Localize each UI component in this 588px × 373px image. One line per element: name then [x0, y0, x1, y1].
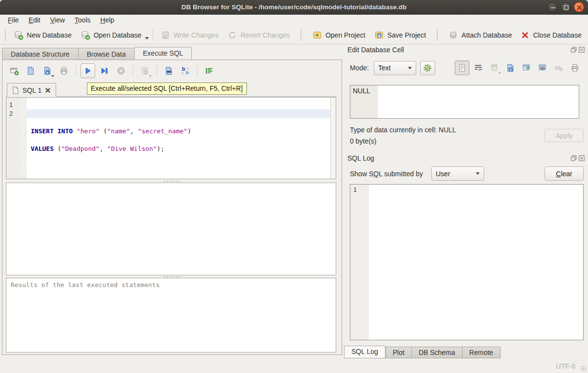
- print-icon: [59, 66, 69, 76]
- submitted-by-combobox[interactable]: User: [431, 166, 484, 181]
- menu-view[interactable]: View: [45, 15, 70, 26]
- open-external-button[interactable]: [519, 61, 534, 75]
- stop-execution-button: [114, 63, 128, 78]
- chevron-down-icon: [476, 172, 480, 175]
- cell-size-info: 0 byte(s): [350, 137, 376, 145]
- clear-log-button[interactable]: Clear: [545, 166, 584, 181]
- edit-cell-dock-header: Edit Database Cell: [347, 45, 585, 54]
- open-database-button[interactable]: Open Database: [76, 28, 146, 42]
- menu-edit[interactable]: Edit: [24, 15, 45, 26]
- save-project-icon: [374, 30, 384, 40]
- copy-link-button[interactable]: [535, 61, 550, 75]
- editor-scrollbar[interactable]: [330, 98, 336, 179]
- menu-file[interactable]: File: [3, 15, 24, 26]
- sql-log-dock-header: SQL Log: [347, 154, 585, 163]
- find-icon: [164, 66, 174, 76]
- log-fold-margin: [363, 185, 369, 340]
- cell-value-editor[interactable]: NULL: [350, 85, 579, 119]
- new-database-button[interactable]: New Database: [9, 28, 76, 42]
- format-sql-button[interactable]: [202, 63, 217, 78]
- line-number: 1: [6, 101, 21, 109]
- menubar: File Edit View Tools Help: [0, 15, 588, 26]
- close-database-button[interactable]: Close Database: [516, 28, 586, 42]
- app-window: DB Browser for SQLite - /home/user/code/…: [0, 0, 588, 373]
- mode-value: Text: [378, 64, 403, 72]
- tab-browse-data[interactable]: Browse Data: [78, 48, 134, 60]
- print-cell-button[interactable]: [568, 61, 582, 75]
- save-dropdown-arrow[interactable]: [51, 75, 54, 77]
- text-document-icon: [457, 63, 467, 73]
- new-tab-icon: [9, 66, 19, 76]
- attach-database-button[interactable]: Attach Database: [444, 28, 517, 42]
- cell-null-label: NULL: [350, 85, 378, 118]
- editor-line-1: 1 INSERT INTO "hero" ("name", "secret_na…: [6, 101, 336, 109]
- minimize-button[interactable]: [547, 2, 558, 12]
- word-wrap-button[interactable]: [471, 61, 486, 75]
- window-title: DB Browser for SQLite - /home/user/code/…: [0, 0, 588, 15]
- float-dock-icon[interactable]: [571, 47, 577, 53]
- write-changes-icon: [161, 30, 170, 40]
- find-replace-button[interactable]: b a: [178, 63, 193, 78]
- resize-grip[interactable]: [581, 366, 587, 372]
- revert-changes-button: Revert Changes: [223, 28, 294, 42]
- save-project-button[interactable]: Save Project: [370, 28, 430, 42]
- results-placeholder: Results of the last executed statements: [11, 281, 160, 289]
- toolbar-separator: [133, 65, 133, 76]
- tab-execute-sql[interactable]: Execute SQL: [134, 47, 192, 60]
- sql-file-icon: [12, 86, 19, 94]
- import-file-icon: [489, 63, 499, 73]
- export-cell-data-button[interactable]: [503, 61, 518, 75]
- save-sql-file-button[interactable]: [40, 63, 55, 78]
- find-button[interactable]: [162, 63, 176, 78]
- external-window-icon: [522, 63, 531, 73]
- show-sql-label: Show SQL submitted by: [350, 170, 423, 178]
- execute-icon: [83, 66, 93, 76]
- import-dropdown-arrow: [498, 72, 501, 74]
- float-dock-icon[interactable]: [571, 155, 577, 161]
- menu-tools[interactable]: Tools: [70, 15, 96, 26]
- main-toolbar: New Database Open Database Write Changes: [0, 26, 588, 44]
- find-replace-icon: b a: [181, 66, 190, 76]
- svg-text:a: a: [185, 70, 189, 75]
- save-results-button: [138, 63, 152, 78]
- open-project-button[interactable]: Open Project: [308, 28, 370, 42]
- results-grid: [6, 183, 336, 275]
- open-sql-file-button[interactable]: [23, 63, 38, 78]
- titlebar: DB Browser for SQLite - /home/user/code/…: [0, 0, 588, 15]
- sql-tab-label: SQL 1: [22, 86, 41, 94]
- execute-current-line-button[interactable]: [97, 63, 112, 78]
- sql-1-tab[interactable]: SQL 1: [7, 83, 56, 97]
- mode-label: Mode:: [350, 64, 369, 72]
- main-tab-bar: Database Structure Browse Data Execute S…: [2, 47, 192, 60]
- minimize-icon: [548, 2, 558, 13]
- tab-database-structure[interactable]: Database Structure: [2, 48, 78, 60]
- close-database-icon: [521, 31, 529, 40]
- chevron-down-icon: [408, 67, 412, 69]
- close-dock-icon[interactable]: [579, 47, 585, 53]
- close-tab-icon[interactable]: [45, 87, 51, 93]
- auto-switch-mode-button[interactable]: [420, 61, 435, 75]
- close-dock-icon[interactable]: [579, 155, 585, 161]
- text-mode-button[interactable]: [455, 61, 469, 75]
- open-database-dropdown-arrow[interactable]: [145, 37, 149, 40]
- sql-editor[interactable]: 1 INSERT INTO "hero" ("name", "secret_na…: [6, 97, 336, 179]
- new-sql-tab-button[interactable]: [7, 63, 21, 78]
- maximize-icon: [561, 2, 571, 13]
- toolbar-separator: [76, 65, 76, 76]
- cell-text-area[interactable]: [378, 85, 579, 118]
- save-results-icon: [140, 66, 150, 76]
- toolbar-separator: [153, 29, 153, 41]
- revert-changes-icon: [227, 30, 237, 40]
- mode-combobox[interactable]: Text: [374, 61, 416, 75]
- write-changes-button: Write Changes: [156, 28, 223, 42]
- attach-database-icon: [448, 30, 458, 40]
- set-null-icon: [554, 63, 564, 73]
- close-button[interactable]: [574, 2, 584, 12]
- tab-sql-log[interactable]: SQL Log: [344, 346, 385, 358]
- print-sql-button[interactable]: [57, 63, 71, 78]
- close-icon: [574, 2, 585, 13]
- menu-help[interactable]: Help: [96, 15, 120, 26]
- execute-sql-button[interactable]: [81, 63, 95, 78]
- maximize-button[interactable]: [561, 2, 571, 12]
- save-results-dropdown-arrow: [149, 75, 152, 77]
